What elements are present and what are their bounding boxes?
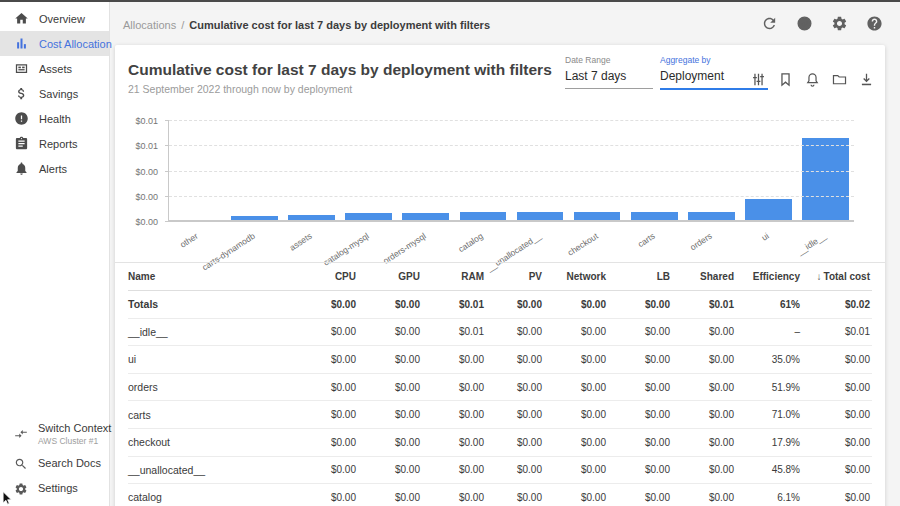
row-value-total-cost: $0.00 <box>802 354 872 365</box>
row-value-gpu: $0.00 <box>358 437 422 448</box>
x-label-slot: catalog-mysql <box>340 227 397 255</box>
cost-bar-chart: $0.00$0.00$0.00$0.01$0.01 othercarts-dyn… <box>128 115 870 255</box>
row-value-efficiency: 35.0% <box>736 354 802 365</box>
bookmark-icon-button[interactable] <box>777 71 794 88</box>
sidebar-item-savings[interactable]: Savings <box>0 81 109 106</box>
column-header-cpu[interactable]: CPU <box>294 271 358 282</box>
help-icon-button[interactable] <box>866 15 883 32</box>
row-value-pv: $0.00 <box>486 437 544 448</box>
date-range-value: Last 7 days <box>565 69 653 89</box>
row-value-efficiency: 61% <box>736 299 802 310</box>
column-header-label: Shared <box>700 271 734 282</box>
row-value-total-cost: $0.01 <box>802 326 872 337</box>
download-icon-button[interactable] <box>858 71 875 88</box>
table-row-catalog[interactable]: catalog$0.00$0.00$0.00$0.00$0.00$0.00$0.… <box>128 484 872 506</box>
sidebar-item-search-docs[interactable]: Search Docs <box>0 451 109 476</box>
row-value-ram: $0.00 <box>422 437 486 448</box>
row-value-network: $0.00 <box>544 492 608 503</box>
home-icon <box>14 11 29 26</box>
table-row-orders[interactable]: orders$0.00$0.00$0.00$0.00$0.00$0.00$0.0… <box>128 374 872 402</box>
sidebar-item-health[interactable]: Health <box>0 106 109 131</box>
bar-slot <box>169 121 226 222</box>
row-value-cpu: $0.00 <box>294 492 358 503</box>
dollar-icon <box>14 86 29 101</box>
table-row-totals[interactable]: Totals$0.00$0.00$0.01$0.00$0.00$0.00$0.0… <box>128 291 872 319</box>
breadcrumb-parent-link[interactable]: Allocations <box>123 19 176 31</box>
x-label-slot: ui <box>740 227 797 255</box>
sidebar-nav: OverviewCost AllocationAssetsSavingsHeal… <box>0 6 109 181</box>
folder-icon-button[interactable] <box>831 71 848 88</box>
table-row-checkout[interactable]: checkout$0.00$0.00$0.00$0.00$0.00$0.00$0… <box>128 429 872 457</box>
column-header-network[interactable]: Network <box>544 271 608 282</box>
column-header-name[interactable]: Name <box>128 271 294 282</box>
x-tick-label: __idle__ <box>796 231 828 257</box>
sidebar-item-overview[interactable]: Overview <box>0 6 109 31</box>
sidebar-item-reports[interactable]: Reports <box>0 131 109 156</box>
x-label-slot: carts-dynamodb <box>225 227 282 255</box>
y-axis-tick <box>165 221 169 222</box>
y-tick-label: $0.00 <box>135 167 158 177</box>
x-label-slot: carts <box>625 227 682 255</box>
row-value-network: $0.00 <box>544 409 608 420</box>
bell-icon-button[interactable] <box>804 71 821 88</box>
sidebar-item-settings[interactable]: Settings <box>0 476 109 501</box>
row-value-total-cost: $0.00 <box>802 464 872 475</box>
row-name: __unallocated__ <box>128 464 294 476</box>
refresh-icon-button[interactable] <box>761 15 778 32</box>
row-value-efficiency: 45.8% <box>736 464 802 475</box>
row-value-ram: $0.00 <box>422 382 486 393</box>
column-header-efficiency[interactable]: Efficiency <box>736 271 802 282</box>
x-label-slot: catalog <box>454 227 511 255</box>
row-value-cpu: $0.00 <box>294 409 358 420</box>
bar-slot <box>569 121 626 222</box>
column-header-total-cost[interactable]: ↓Total cost <box>802 271 872 282</box>
gear-icon <box>14 482 28 496</box>
chart-plot <box>168 121 854 222</box>
y-tick-label: $0.01 <box>135 141 158 151</box>
bar-idle[interactable] <box>802 138 849 222</box>
bar-slot <box>283 121 340 222</box>
column-header-pv[interactable]: PV <box>486 271 544 282</box>
gear-icon-button[interactable] <box>831 15 848 32</box>
column-header-gpu[interactable]: GPU <box>358 271 422 282</box>
row-value-network: $0.00 <box>544 382 608 393</box>
sidebar-item-cost-allocation[interactable]: Cost Allocation <box>0 31 109 56</box>
column-header-label: GPU <box>398 271 420 282</box>
x-label-slot: __unallocated__ <box>511 227 568 255</box>
row-value-shared: $0.00 <box>672 326 736 337</box>
sidebar-item-assets[interactable]: Assets <box>0 56 109 81</box>
row-value-pv: $0.00 <box>486 382 544 393</box>
date-range-label: Date Range <box>565 55 653 65</box>
row-value-network: $0.00 <box>544 354 608 365</box>
sidebar-item-label: Alerts <box>39 163 67 175</box>
sidebar-item-alerts[interactable]: Alerts <box>0 156 109 181</box>
bar-ui[interactable] <box>745 199 792 222</box>
row-value-ram: $0.00 <box>422 354 486 365</box>
alerts-bell-icon <box>14 161 29 176</box>
column-header-shared[interactable]: Shared <box>672 271 736 282</box>
chart-gridline <box>169 171 854 172</box>
breadcrumb-separator: / <box>181 19 184 31</box>
column-header-ram[interactable]: RAM <box>422 271 486 282</box>
sidebar-item-label: Health <box>39 113 71 125</box>
bar-slot <box>511 121 568 222</box>
table-row-carts[interactable]: carts$0.00$0.00$0.00$0.00$0.00$0.00$0.00… <box>128 401 872 429</box>
column-header-lb[interactable]: LB <box>608 271 672 282</box>
row-value-lb: $0.00 <box>608 354 672 365</box>
check-circle-icon-button[interactable] <box>796 15 813 32</box>
table-row-ui[interactable]: ui$0.00$0.00$0.00$0.00$0.00$0.00$0.0035.… <box>128 346 872 374</box>
bar-slot <box>683 121 740 222</box>
row-value-cpu: $0.00 <box>294 326 358 337</box>
table-row-idle[interactable]: __idle__$0.00$0.00$0.01$0.00$0.00$0.00$0… <box>128 319 872 347</box>
bar-chart-icon <box>14 36 29 51</box>
allocation-table: NameCPUGPURAMPVNetworkLBSharedEfficiency… <box>128 263 872 506</box>
row-value-total-cost: $0.00 <box>802 492 872 503</box>
bar-slot <box>454 121 511 222</box>
sidebar-item-switch-context[interactable]: Switch ContextAWS Cluster #1 <box>0 417 109 451</box>
table-row-unallocated[interactable]: __unallocated__$0.00$0.00$0.00$0.00$0.00… <box>128 457 872 485</box>
topbar-icons <box>761 15 883 32</box>
x-label-slot: assets <box>282 227 339 255</box>
tune-icon-button[interactable] <box>750 71 767 88</box>
date-range-select[interactable]: Date Range Last 7 days <box>565 55 653 89</box>
row-value-network: $0.00 <box>544 326 608 337</box>
